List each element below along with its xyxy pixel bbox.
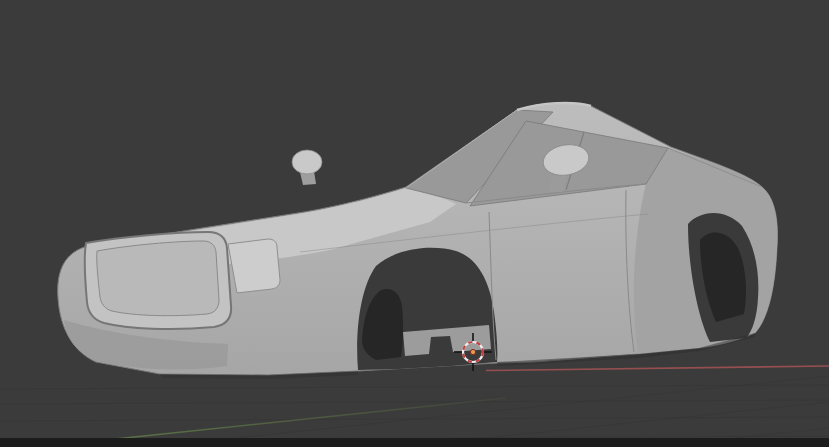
bottom-editor-strip[interactable] xyxy=(0,438,829,447)
3d-cursor-center-dot xyxy=(470,349,475,354)
car-headlight xyxy=(228,239,280,293)
far-mirror-housing xyxy=(292,150,322,174)
viewport-canvas[interactable] xyxy=(0,0,829,447)
car-grille-inner xyxy=(97,241,219,316)
blender-3d-viewport[interactable] xyxy=(0,0,829,447)
